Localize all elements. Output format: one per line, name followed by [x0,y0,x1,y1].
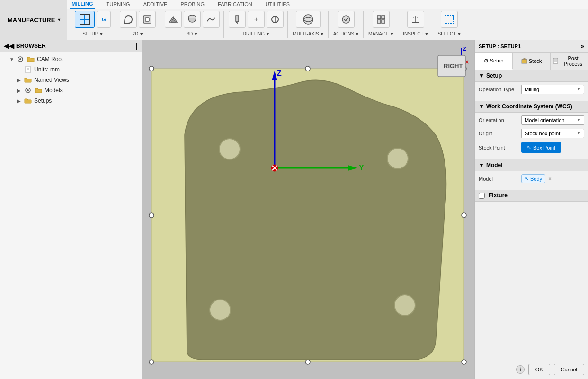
3d-adaptive-btn[interactable] [165,11,182,28]
cam-root-toggle[interactable]: ▼ [9,57,16,62]
viewport[interactable]: Z Y Z X RIGHT [142,40,474,379]
browser-header: ◀◀ BROWSER | [0,40,142,52]
operation-type-arrow: ▼ [577,87,581,92]
select-label[interactable]: SELECT▼ [438,31,462,36]
browser-collapse-icon[interactable]: ◀◀ [4,42,14,50]
drilling-btn[interactable] [229,11,246,28]
models-toggle[interactable]: ▶ [17,88,24,93]
setup-icons: G [75,11,111,28]
tree-item-setups[interactable]: ▶ Setups [0,96,142,106]
tab-setup[interactable]: ⚙ Setup [475,53,513,70]
fixture-section-header[interactable]: Fixture [475,190,588,202]
visibility-icon[interactable] [16,55,25,63]
drilling-thread-btn[interactable] [267,11,284,28]
tab-post-process[interactable]: Post Process [551,53,588,70]
stock-tab-icon [521,58,527,65]
operation-type-value: Milling [525,87,539,92]
tool-group-actions: ACTIONS▼ [330,11,364,38]
tree-item-cam-root[interactable]: ▼ CAM Root [0,54,142,64]
orientation-row: Orientation Model orientation ▼ [479,115,584,125]
manufacture-button[interactable]: MANUFACTURE ▼ [0,0,67,40]
tree-item-units[interactable]: Units: mm [0,64,142,75]
info-button[interactable]: ℹ [516,365,525,374]
units-doc-icon [24,65,32,74]
cancel-button[interactable]: Cancel [554,364,584,375]
orientation-select[interactable]: Model orientation ▼ [521,115,584,125]
tab-stock[interactable]: Stock [513,53,551,70]
actions-btn[interactable] [338,11,355,28]
box-point-button[interactable]: ↖ Box Point [521,142,561,153]
svg-point-37 [305,360,310,364]
stock-point-row: Stock Point ↖ Box Point [479,142,584,153]
toolbar-tab-fabrication[interactable]: FABRICATION [216,0,254,8]
multiaxis-btn[interactable] [296,11,321,28]
setups-toggle[interactable]: ▶ [17,98,24,104]
tool-group-drilling: + DRILLING▼ [225,11,288,38]
models-visibility-icon[interactable] [24,86,32,95]
tree-item-models[interactable]: ▶ Models [0,85,142,96]
model-control: ↖ Body × [521,174,584,183]
svg-point-38 [462,360,466,364]
svg-rect-20 [445,15,454,24]
drilling-icons: + [229,11,284,28]
svg-text:Y: Y [359,164,364,172]
browser-options-icon[interactable]: | [136,42,138,50]
2d-contour-btn[interactable] [120,11,137,28]
setup-label[interactable]: SETUP▼ [82,31,103,36]
operation-type-label: Operation Type [479,87,521,92]
model-section-header[interactable]: ▼ Model [475,159,588,171]
2d-label[interactable]: 2D▼ [132,31,143,36]
svg-point-23 [19,58,21,60]
drilling-plus-btn[interactable]: + [248,11,265,28]
toolbar-tab-milling[interactable]: MILLING [70,0,95,9]
wcs-collapse-icon: ▼ [479,103,484,110]
svg-rect-7 [236,16,239,21]
tool-group-select: SELECT▼ [434,11,465,38]
model-section-title: Model [486,162,503,168]
setup-section-title: Setup [486,72,502,79]
svg-point-32 [305,66,310,71]
2d-pocket-btn[interactable] [139,11,156,28]
actions-label[interactable]: ACTIONS▼ [333,31,359,36]
toolbar-tab-group: MILLINGTURNINGADDITIVEPROBINGFABRICATION… [67,0,588,40]
3d-label[interactable]: 3D▼ [187,31,198,36]
post-process-tab-label: Post Process [560,55,586,67]
model-remove-button[interactable]: × [548,176,552,182]
multiaxis-label[interactable]: MULTI-AXIS▼ [293,31,324,36]
cam-root-label: CAM Root [37,56,63,62]
manage-label[interactable]: MANAGE▼ [368,31,394,36]
stock-point-label: Stock Point [479,145,521,150]
ok-button[interactable]: OK [528,364,550,375]
named-views-toggle[interactable]: ▶ [17,78,24,83]
svg-text:Z: Z [463,46,466,52]
panel-expand-icon[interactable]: » [581,43,584,50]
setup-g-btn[interactable]: G [97,11,111,28]
toolbar-tab-turning[interactable]: TURNING [105,0,132,8]
svg-text:Z: Z [277,69,282,77]
inspect-label[interactable]: INSPECT▼ [403,31,428,36]
svg-point-41 [210,300,231,320]
tree-item-named-views[interactable]: ▶ Named Views [0,75,142,85]
tool-group-3d: 3D▼ [161,11,224,38]
orientation-cube[interactable]: Z X RIGHT [436,46,469,79]
3d-contour-btn[interactable] [203,11,220,28]
toolbar-tab-utilities[interactable]: UTILITIES [264,0,292,8]
toolbar-tab-additive[interactable]: ADDITIVE [142,0,169,8]
toolbar-tab-probing[interactable]: PROBING [178,0,206,8]
select-btn[interactable] [441,11,458,28]
origin-select[interactable]: Stock box point ▼ [521,129,584,138]
fixture-checkbox[interactable] [479,193,485,199]
wcs-section-header[interactable]: ▼ Work Coordinate System (WCS) [475,101,588,113]
orientation-control: Model orientation ▼ [521,115,584,125]
toolbar-buttons: G SETUP▼ 2D▼ [67,9,588,40]
setup-main-btn[interactable] [75,11,95,28]
drilling-label[interactable]: DRILLING▼ [243,31,270,36]
setup-section-header[interactable]: ▼ Setup [475,70,588,82]
3d-pocket-btn[interactable] [184,11,201,28]
orientation-label: Orientation [479,117,521,123]
manufacture-label: MANUFACTURE [8,17,55,24]
operation-type-select[interactable]: Milling ▼ [521,85,584,94]
manage-btn[interactable] [373,11,390,28]
operation-type-control: Milling ▼ [521,85,584,94]
inspect-btn[interactable] [407,11,424,28]
